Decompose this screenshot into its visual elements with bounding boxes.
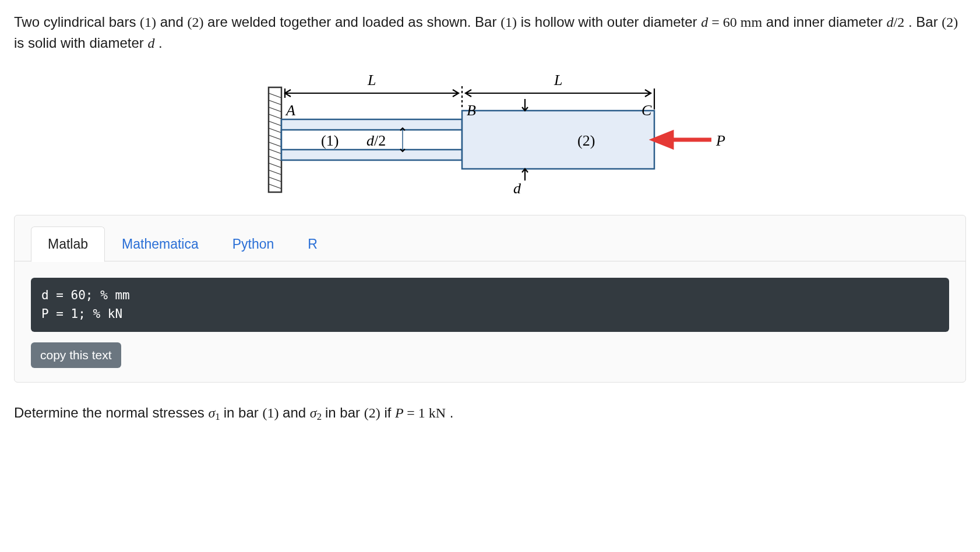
svg-line-13: [269, 177, 281, 182]
label-L1: L: [367, 72, 376, 89]
label-d: d: [513, 180, 521, 197]
paren-2: (2): [187, 15, 203, 30]
paren-2: (2): [942, 15, 958, 30]
label-C: C: [641, 102, 652, 119]
svg-line-6: [269, 128, 281, 133]
svg-line-4: [269, 114, 281, 119]
text: .: [450, 405, 454, 420]
d-equation: d = 60 mm: [701, 15, 762, 30]
svg-line-10: [269, 156, 281, 161]
label-bar2: (2): [577, 132, 595, 149]
text: are welded together and loaded as shown.…: [207, 14, 500, 30]
copy-button[interactable]: copy this text: [31, 342, 121, 368]
svg-rect-17: [462, 111, 654, 169]
paren-2: (2): [364, 405, 380, 420]
label-d-half: d/2: [366, 132, 386, 149]
svg-line-3: [269, 107, 281, 112]
text: in bar: [224, 405, 263, 420]
label-L2: L: [554, 72, 562, 89]
tab-python[interactable]: Python: [216, 227, 291, 262]
text: and: [283, 405, 310, 420]
label-P: P: [715, 132, 725, 149]
paren-1: (1): [140, 15, 156, 30]
diagram-container: L L A B C (1) (2) d/2 d P: [14, 64, 966, 209]
label-bar1: (1): [321, 132, 339, 149]
svg-line-14: [269, 184, 281, 189]
sigma1: σ1: [208, 405, 223, 420]
label-A: A: [285, 102, 295, 119]
paren-1: (1): [262, 405, 279, 420]
svg-line-8: [269, 142, 281, 147]
svg-line-9: [269, 149, 281, 154]
svg-line-2: [269, 100, 281, 105]
sigma2: σ2: [310, 405, 325, 420]
text: Two cylindrical bars: [14, 14, 140, 30]
d-var: d: [147, 36, 154, 51]
svg-marker-27: [654, 133, 672, 147]
svg-line-5: [269, 121, 281, 126]
text: . Bar: [908, 14, 942, 30]
tab-r[interactable]: R: [291, 227, 334, 262]
text: is hollow with outer diameter: [521, 14, 701, 30]
tab-matlab[interactable]: Matlab: [31, 227, 105, 262]
text: is solid with diameter: [14, 35, 147, 51]
code-panel: Matlab Mathematica Python R d = 60; % mm…: [14, 215, 966, 383]
text: .: [158, 35, 163, 51]
svg-line-11: [269, 163, 281, 168]
text: in bar: [325, 405, 364, 420]
paren-1: (1): [500, 15, 517, 30]
tab-mathematica[interactable]: Mathematica: [105, 227, 216, 262]
text: and inner diameter: [766, 14, 887, 30]
P-equation: P = 1 kN: [395, 405, 446, 420]
label-B: B: [467, 102, 476, 119]
svg-line-7: [269, 135, 281, 140]
bars-diagram: L L A B C (1) (2) d/2 d P: [251, 64, 729, 204]
text: Determine the normal stresses: [14, 405, 208, 420]
svg-line-1: [269, 93, 281, 98]
problem-statement: Two cylindrical bars (1) and (2) are wel…: [14, 12, 966, 54]
question-text: Determine the normal stresses σ1 in bar …: [14, 402, 966, 424]
text: if: [384, 405, 395, 420]
svg-line-12: [269, 170, 281, 175]
text: and: [160, 14, 188, 30]
svg-rect-0: [269, 87, 281, 192]
d-half: d/2: [887, 15, 905, 30]
tab-bar: Matlab Mathematica Python R: [15, 215, 965, 261]
code-block: d = 60; % mm P = 1; % kN: [31, 278, 949, 332]
